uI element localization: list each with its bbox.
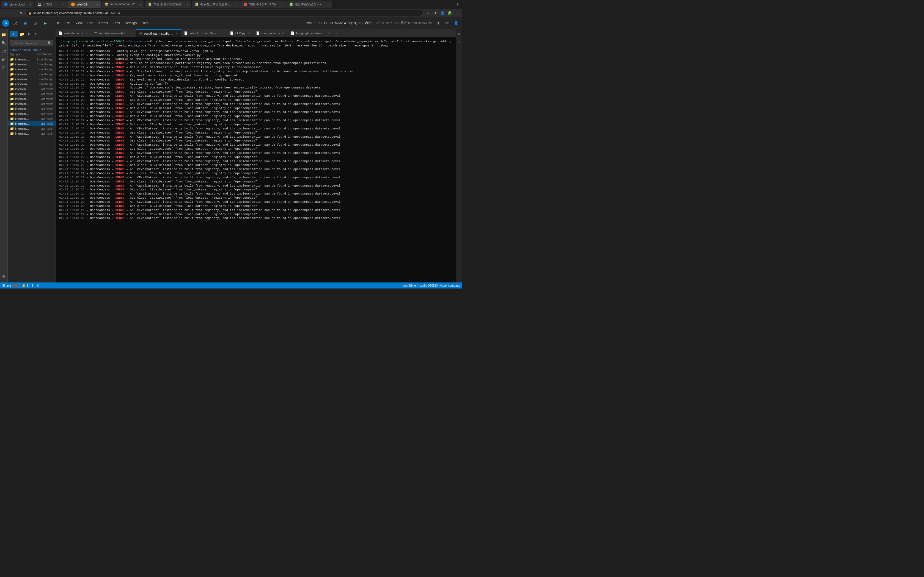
- back-button[interactable]: ‹: [2, 10, 8, 16]
- menu-settings[interactable]: Settings: [123, 20, 139, 26]
- run-icon[interactable]: ▶: [41, 19, 49, 27]
- tab-close-button[interactable]: ✕: [139, 3, 142, 6]
- menu-edit[interactable]: Edit: [62, 20, 73, 26]
- menu-button[interactable]: ⋮: [454, 10, 460, 16]
- debug-icon[interactable]: ◉: [21, 19, 29, 27]
- upload-btn[interactable]: ⬆: [26, 31, 32, 37]
- file-list-item[interactable]: 📁 internlm2-7b last month: [8, 92, 55, 97]
- browser-tab-t6[interactable]: 📗 春节卷王专场信息登记… ✕: [192, 0, 240, 8]
- terminal[interactable]: (lmdeploy) root@intern-studio-060913:~/o…: [56, 37, 456, 282]
- tab-close-button[interactable]: ✕: [29, 3, 31, 6]
- browser-tab-t7[interactable]: 📕 书生·浦语(InternLM)-… ✕: [240, 0, 286, 8]
- file-list-item[interactable]: 📁 internlm2-chat-7b-sft last month: [8, 131, 55, 136]
- download-button[interactable]: ⬇: [432, 10, 438, 16]
- browser-tab-t1[interactable]: 🔵 stone-cloud ✕: [1, 0, 34, 8]
- tab-close-button[interactable]: ✕: [63, 3, 65, 6]
- bookmark-button[interactable]: ☆: [425, 10, 431, 16]
- editor-tab-label: run_gradio.py: [262, 32, 280, 35]
- menu-tabs[interactable]: Tabs: [111, 20, 122, 26]
- reload-button[interactable]: ↻: [18, 10, 24, 16]
- file-list-item[interactable]: 📁 internlm2-chat-7b-4bits last month: [8, 126, 55, 131]
- status-notifications[interactable]: 🔔 2: [22, 284, 28, 287]
- address-bar[interactable]: 🔒 studio.intern-ai.org.cn/console/trinit…: [25, 10, 423, 16]
- file-list-item[interactable]: 📁 internlm2-base-7b last month: [8, 102, 55, 106]
- new-folder-btn[interactable]: 📁: [19, 31, 25, 37]
- browser-toolbar: ‹ › ↻ 🔒 studio.intern-ai.org.cn/console/…: [0, 9, 462, 17]
- editor-tab-close[interactable]: ✕: [247, 31, 250, 35]
- editor-tab-3[interactable]: 📄 internlm_chat_7b_q… ✕: [181, 29, 227, 37]
- activity-settings-icon[interactable]: ⚙: [0, 273, 7, 280]
- search-icon[interactable]: 🔍: [48, 41, 52, 45]
- file-list-item[interactable]: 📁 internlm2-chat-7b last month: [8, 121, 55, 126]
- editor-tab-4[interactable]: 📄 LLM.py ✕: [227, 29, 253, 37]
- browser-tab-t2[interactable]: 💻 开发机 ✕: [35, 0, 68, 8]
- sort-name-column[interactable]: Name ▼: [10, 53, 30, 56]
- new-file-btn[interactable]: +: [10, 31, 18, 37]
- tab-close-button[interactable]: ✕: [327, 3, 329, 6]
- forward-button[interactable]: ›: [10, 10, 16, 16]
- editor-tab-close[interactable]: ✕: [130, 31, 133, 35]
- menu-view[interactable]: View: [73, 20, 85, 26]
- activity-extensions-icon[interactable]: ⊞: [0, 64, 7, 71]
- file-list-item[interactable]: 📁 internlm-chat-20b 3 months ago: [8, 67, 55, 72]
- file-list-item[interactable]: 📁 internlm2-chat-20b-sft last month: [8, 116, 55, 121]
- search-input[interactable]: [10, 40, 53, 46]
- file-list-item[interactable]: 📁 internlm-7b 3 months ago: [8, 62, 55, 67]
- editor-tab-close[interactable]: ✕: [85, 31, 88, 35]
- add-editor-tab-button[interactable]: +: [333, 30, 341, 37]
- source-control-icon[interactable]: ⎇: [11, 19, 19, 27]
- file-list-item[interactable]: 📁 internlm-chat-7b-8k 3 months ago: [8, 77, 55, 82]
- extensions-button[interactable]: 🧩: [447, 10, 453, 16]
- eye-icon[interactable]: 👁: [443, 19, 451, 27]
- file-list-item[interactable]: 📁 internlm-20b 2 months ago: [8, 57, 55, 62]
- terminal-line: 02/21 13:10:22 – OpenCompass – DEBUG – G…: [59, 188, 453, 192]
- activity-search-icon[interactable]: 🔍: [0, 40, 7, 46]
- file-list-item[interactable]: 📁 internlm2-20b last month: [8, 87, 55, 92]
- browser-tab-t3[interactable]: 🟠 WebIDE ✕: [68, 0, 101, 8]
- file-list-item[interactable]: 📁 internlm2-base-20b last month: [8, 97, 55, 102]
- extensions-icon[interactable]: ⊞: [31, 19, 39, 27]
- editor-tab-1[interactable]: 📟 root@intern-studio-… ✕: [91, 29, 136, 37]
- status-gear[interactable]: ⚙: [37, 284, 40, 287]
- editor-tab-0[interactable]: 📄 web_demo.py ✕: [56, 29, 91, 37]
- editor-tab-2[interactable]: 📟 root@intern-studio-… ✕: [136, 29, 181, 37]
- editor-tab-close[interactable]: ✕: [282, 31, 285, 35]
- new-tab-button[interactable]: +: [454, 1, 461, 8]
- status-toggle[interactable]: [12, 284, 19, 287]
- browser-tab-t5[interactable]: 📗 书生·浦语大模型实战… ✕: [145, 0, 191, 8]
- activity-git-icon[interactable]: ⎇: [0, 48, 7, 55]
- tab-favicon: 🔵: [4, 2, 8, 6]
- editor-tab-close[interactable]: ✕: [175, 32, 178, 35]
- path-link[interactable]: / share / model_repos /: [10, 48, 41, 52]
- status-indicator[interactable]: S: [32, 284, 34, 287]
- file-list-item[interactable]: 📁 internlm-chat-7b-v1_1 3 months ago: [8, 82, 55, 87]
- browser-tab-t4[interactable]: 📦 InternLM/tutorial 作… ✕: [102, 0, 144, 8]
- tab-close-button[interactable]: ✕: [281, 3, 283, 6]
- file-list-item[interactable]: 📁 internlm2-chat-7b-4bits last month: [8, 111, 55, 116]
- upload-icon[interactable]: ⬆: [435, 19, 442, 27]
- editor-tab-5[interactable]: 📄 run_gradio.py ✕: [253, 29, 288, 37]
- editor-tab-close[interactable]: ✕: [327, 31, 330, 35]
- menu-file[interactable]: File: [52, 20, 62, 26]
- menu-kernel[interactable]: Kernel: [96, 20, 110, 26]
- right-settings-icon[interactable]: ⚙: [457, 31, 462, 37]
- activity-explorer-icon[interactable]: 📁: [0, 31, 7, 38]
- refresh-btn[interactable]: ↻: [33, 31, 39, 37]
- editor-tab-6[interactable]: 📄 huggingface_downl… ✕: [288, 29, 333, 37]
- editor-tab-close[interactable]: ✕: [221, 31, 224, 35]
- cpu-value: 11.1%: [313, 21, 322, 25]
- activity-run-icon[interactable]: ▶: [0, 56, 7, 63]
- file-list-item[interactable]: 📁 internlm2-chat-20b last month: [8, 106, 55, 111]
- profile-button[interactable]: 👤: [439, 10, 446, 16]
- menu-help[interactable]: Help: [139, 20, 151, 26]
- right-info-icon[interactable]: ℹ: [457, 39, 462, 45]
- status-simple[interactable]: Simple: [2, 284, 19, 287]
- tab-close-button[interactable]: ✕: [235, 3, 237, 6]
- user-profile-icon[interactable]: 👤: [452, 19, 460, 27]
- browser-tab-t8[interactable]: 📗 结营学员登记表 - Fei… ✕: [286, 0, 332, 8]
- menu-run[interactable]: Run: [85, 20, 96, 26]
- tab-label: 开发机: [43, 2, 61, 6]
- file-list-item[interactable]: 📁 internlm-chat-7b 3 months ago: [8, 72, 55, 77]
- tab-close-button[interactable]: ✕: [186, 3, 188, 6]
- tab-close-button[interactable]: ✕: [96, 3, 99, 6]
